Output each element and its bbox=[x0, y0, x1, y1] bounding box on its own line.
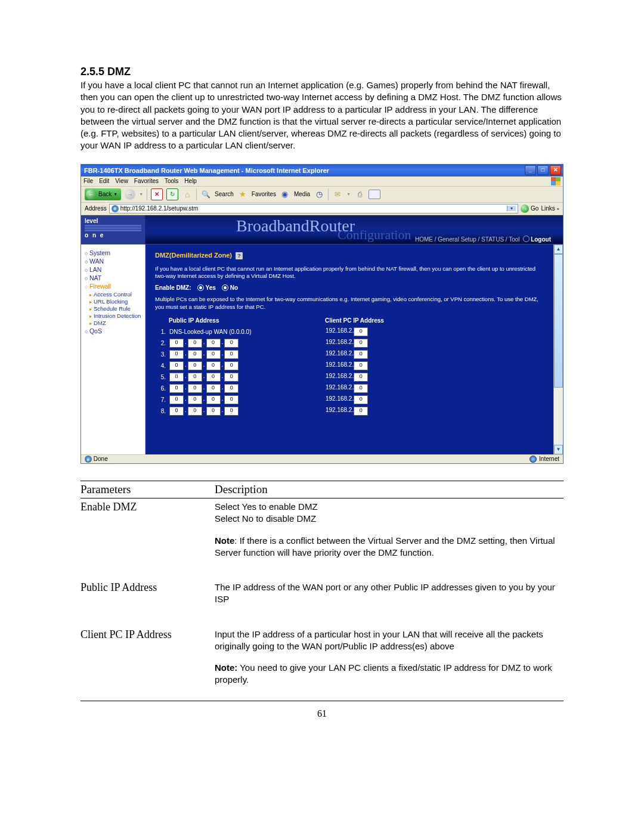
sidebar-item-nat[interactable]: NAT bbox=[85, 274, 143, 281]
history-icon[interactable]: ◷ bbox=[314, 189, 324, 200]
back-button[interactable]: ← Back ▼ bbox=[85, 188, 121, 200]
public-ip-octet[interactable]: 0 bbox=[188, 373, 202, 382]
public-ip-octet[interactable]: 0 bbox=[188, 407, 202, 416]
home-icon[interactable]: ⌂ bbox=[182, 189, 193, 200]
brand-logo: level o n e bbox=[81, 215, 145, 244]
public-ip-octet[interactable]: 0 bbox=[206, 339, 221, 348]
status-bar: e Done Internet bbox=[81, 454, 563, 464]
window-title: FBR-1406TX Broadband Router Web Manageme… bbox=[84, 167, 329, 174]
dmz-note: Multiple PCs can be exposed to the Inter… bbox=[155, 296, 541, 311]
client-ip-last-octet[interactable]: 0 bbox=[354, 384, 368, 393]
sidebar-item-firewall[interactable]: Firewall bbox=[85, 283, 143, 290]
public-ip-octet[interactable]: 0 bbox=[224, 361, 239, 370]
page-banner: level o n e BroadbandRouter Configuratio… bbox=[81, 215, 563, 244]
forward-button[interactable]: → bbox=[125, 189, 135, 200]
param-name: Public IP Address bbox=[80, 581, 215, 615]
public-ip-octet[interactable]: 0 bbox=[188, 339, 202, 348]
vertical-scrollbar[interactable]: ▲ ▼ bbox=[553, 244, 563, 454]
param-row: Client PC IP AddressInput the IP address… bbox=[80, 626, 564, 701]
favorites-label: Favorites bbox=[252, 191, 276, 197]
dmz-row: 6.0.0.0.0192.168.2.0 bbox=[156, 383, 416, 394]
dmz-row: 2.0.0.0.0192.168.2.0 bbox=[156, 338, 416, 348]
client-ip-last-octet[interactable]: 0 bbox=[354, 350, 368, 359]
public-ip-octet[interactable]: 0 bbox=[169, 373, 184, 382]
param-desc: The IP address of the WAN port or any ot… bbox=[215, 581, 564, 615]
print-icon[interactable]: ⎙ bbox=[354, 189, 365, 200]
logout-link[interactable]: Logout bbox=[531, 236, 551, 243]
banner-breadcrumb: HOME / General Setup / STATUS / Tool Log… bbox=[415, 236, 551, 243]
scroll-up-icon[interactable]: ▲ bbox=[554, 244, 563, 254]
help-icon[interactable]: ? bbox=[236, 252, 243, 259]
dmz-ip-table: Public IP Address Client PC IP Address 1… bbox=[155, 315, 417, 417]
refresh-icon[interactable]: ↻ bbox=[166, 188, 178, 200]
public-ip-octet[interactable]: 0 bbox=[169, 350, 184, 359]
client-ip-last-octet[interactable]: 0 bbox=[354, 407, 368, 416]
sidebar-item-lan[interactable]: LAN bbox=[85, 266, 143, 273]
media-icon[interactable]: ◉ bbox=[280, 189, 290, 200]
sidebar-item-qos[interactable]: QoS bbox=[85, 327, 143, 335]
address-dropdown-icon[interactable]: ▾ bbox=[507, 206, 516, 211]
public-ip-octet[interactable]: 0 bbox=[206, 373, 221, 382]
public-ip-header: Public IP Address bbox=[168, 317, 297, 326]
search-icon[interactable]: 🔍 bbox=[200, 189, 211, 200]
public-ip-octet[interactable]: 0 bbox=[206, 350, 221, 359]
public-ip-octet[interactable]: 0 bbox=[188, 384, 202, 393]
public-ip-octet[interactable]: 0 bbox=[206, 407, 221, 416]
public-ip-octet[interactable]: 0 bbox=[188, 361, 202, 370]
maximize-button[interactable]: □ bbox=[537, 165, 549, 175]
public-ip-octet[interactable]: 0 bbox=[224, 339, 239, 348]
client-ip-last-octet[interactable]: 0 bbox=[354, 361, 368, 370]
menu-edit[interactable]: Edit bbox=[99, 178, 109, 184]
sidebar-sub-access-control[interactable]: Access Control bbox=[89, 291, 143, 298]
public-ip-octet[interactable]: 0 bbox=[169, 395, 184, 404]
menu-file[interactable]: File bbox=[83, 178, 93, 184]
public-ip-octet[interactable]: 0 bbox=[206, 395, 221, 404]
sidebar-item-wan[interactable]: WAN bbox=[85, 258, 143, 265]
chevron-down-icon: ▼ bbox=[113, 192, 117, 196]
scroll-thumb[interactable] bbox=[554, 254, 563, 388]
sidebar-sub-dmz[interactable]: DMZ bbox=[89, 320, 143, 326]
client-ip-last-octet[interactable]: 0 bbox=[354, 339, 368, 348]
scroll-down-icon[interactable]: ▼ bbox=[554, 445, 563, 454]
minimize-button[interactable]: _ bbox=[525, 165, 536, 175]
favorites-icon[interactable]: ★ bbox=[237, 189, 248, 200]
client-ip-prefix: 192.168.2. bbox=[326, 395, 354, 402]
param-name: Enable DMZ bbox=[80, 501, 215, 568]
public-ip-octet[interactable]: 0 bbox=[224, 407, 239, 416]
mail-icon[interactable]: ✉ bbox=[332, 189, 343, 200]
public-ip-octet[interactable]: 0 bbox=[188, 395, 202, 404]
client-ip-last-octet[interactable]: 0 bbox=[354, 395, 368, 404]
public-ip-octet[interactable]: 0 bbox=[169, 361, 184, 370]
radio-selected-icon bbox=[222, 284, 228, 291]
public-ip-octet[interactable]: 0 bbox=[224, 373, 239, 382]
public-ip-octet[interactable]: 0 bbox=[224, 395, 239, 404]
ie-icon: e bbox=[85, 456, 92, 463]
enable-no-option[interactable]: No bbox=[222, 284, 238, 291]
menu-tools[interactable]: Tools bbox=[165, 178, 178, 184]
public-ip-octet[interactable]: 0 bbox=[206, 384, 221, 393]
public-ip-octet[interactable]: 0 bbox=[206, 361, 221, 370]
public-ip-octet[interactable]: 0 bbox=[224, 350, 239, 359]
client-ip-prefix: 192.168.2. bbox=[326, 384, 354, 391]
public-ip-octet[interactable]: 0 bbox=[224, 384, 239, 393]
sidebar-item-system[interactable]: System bbox=[85, 249, 143, 256]
menu-view[interactable]: View bbox=[115, 178, 128, 184]
public-ip-octet[interactable]: 0 bbox=[169, 384, 184, 393]
sidebar-sub-schedule-rule[interactable]: Schedule Rule bbox=[89, 305, 143, 312]
picture-icon[interactable] bbox=[369, 190, 380, 199]
enable-yes-option[interactable]: Yes bbox=[197, 284, 216, 291]
go-button[interactable]: → Go bbox=[521, 205, 538, 213]
sidebar-sub-url-blocking[interactable]: URL Blocking bbox=[89, 298, 143, 305]
client-ip-last-octet[interactable]: 0 bbox=[354, 327, 368, 336]
close-button[interactable]: ✕ bbox=[550, 165, 561, 175]
address-field[interactable]: e http://192.168.2.1/setupw.stm ▾ bbox=[109, 204, 518, 213]
sidebar-sub-intrusion-detection[interactable]: Intrusion Detection bbox=[89, 312, 143, 319]
menu-favorites[interactable]: Favorites bbox=[134, 178, 159, 184]
public-ip-octet[interactable]: 0 bbox=[169, 339, 184, 348]
menu-help[interactable]: Help bbox=[184, 178, 197, 184]
public-ip-octet[interactable]: 0 bbox=[169, 407, 184, 416]
links-label[interactable]: Links » bbox=[541, 205, 559, 212]
client-ip-last-octet[interactable]: 0 bbox=[354, 373, 368, 382]
public-ip-octet[interactable]: 0 bbox=[188, 350, 202, 359]
stop-icon[interactable]: ✕ bbox=[151, 188, 163, 200]
